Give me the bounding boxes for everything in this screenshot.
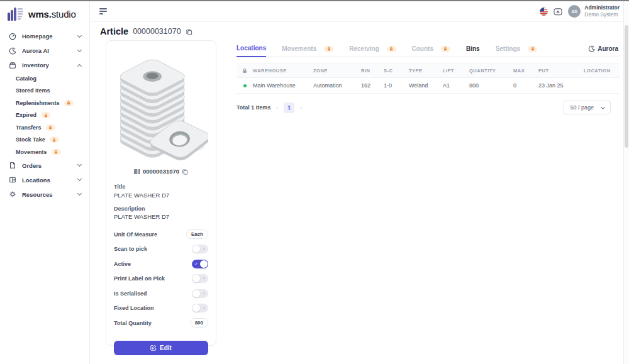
user-menu[interactable]: AD Administrator Demo System (568, 4, 620, 18)
article-id: 00000031070 (133, 27, 181, 36)
column-header: QUANTITY (469, 68, 513, 74)
tab-movements[interactable]: Movements (282, 45, 333, 57)
locations-panel: Locations Movements Receiving Counts Bin… (237, 41, 620, 114)
pagination-total: Total 1 Items (237, 104, 270, 111)
print-label-row: Print Label on Pick ✕ (114, 272, 208, 287)
card-article-id-row: 00000031070 (114, 168, 208, 175)
edit-button-label: Edit (160, 345, 172, 351)
row-label: Unit Of Measure (114, 231, 157, 238)
pagination: Total 1 Items ‹ 1 › 50 / page (237, 101, 620, 114)
total-quantity-pill: 800 (190, 318, 208, 328)
column-header: LOCATION (584, 68, 625, 74)
sidebar-item-orders[interactable]: Orders (0, 158, 89, 173)
scanner-icon[interactable] (554, 8, 562, 16)
sidebar-item-label: Homepage (22, 33, 53, 40)
active-toggle[interactable]: ✓ (192, 260, 208, 268)
lock-icon (237, 68, 253, 74)
tab-label: Receiving (349, 45, 379, 52)
scan-to-pick-toggle[interactable]: ✕ (192, 245, 208, 253)
chevron-down-icon (77, 191, 82, 196)
sidebar-item-aurora-ai[interactable]: Aurora AI (0, 43, 89, 58)
aurora-button[interactable]: Aurora (588, 45, 618, 57)
status-dot (237, 84, 253, 87)
title-field: Title PLATE WASHER D7 (114, 184, 208, 199)
tab-bar: Locations Movements Receiving Counts Bin… (237, 41, 620, 57)
article-card: 00000031070 Title PLATE WASHER D7 Descri… (106, 40, 216, 346)
description-field: Description PLATE WASHER D7 (114, 206, 208, 221)
product-image (114, 46, 208, 165)
copy-icon[interactable] (182, 168, 188, 175)
chevron-down-icon (601, 104, 605, 109)
chevron-down-icon (77, 162, 82, 167)
sidebar-item-movements[interactable]: Movements (0, 146, 89, 158)
top-right-cluster: AD Administrator Demo System (540, 4, 620, 18)
column-header: S-C (384, 68, 409, 74)
cell-lift: A1 (443, 82, 469, 89)
sidebar-item-expired[interactable]: Expired (0, 109, 89, 122)
user-org: Demo System (584, 11, 620, 18)
page-title-row: Article 00000031070 (100, 26, 192, 36)
sidebar-item-label: Inventory (22, 62, 49, 69)
fixed-location-toggle[interactable]: ✕ (192, 304, 208, 312)
row-label: Is Serialised (114, 290, 147, 297)
chevron-up-icon (77, 63, 82, 68)
avatar: AD (568, 5, 581, 18)
edit-button[interactable]: Edit (114, 341, 208, 355)
cell-warehouse: Main Warehouse (253, 82, 313, 89)
next-page-icon[interactable]: › (300, 104, 302, 111)
sidebar-item-transfers[interactable]: Transfers (0, 121, 89, 134)
is-serialised-toggle[interactable]: ✕ (192, 289, 208, 298)
sidebar-item-homepage[interactable]: Homepage (0, 29, 89, 43)
row-label: Total Quantity (114, 320, 152, 326)
scrollbar-thumb[interactable] (625, 25, 628, 148)
box-icon (8, 61, 17, 70)
sidebar-subitem-label: Stock Take (16, 136, 45, 143)
uom-value-pill: Each (186, 229, 208, 239)
lock-badge (41, 112, 50, 118)
sidebar-nav: Homepage Aurora AI Inventory Catalog Sto… (0, 26, 89, 202)
language-flag-icon[interactable] (540, 8, 548, 16)
prev-page-icon[interactable]: ‹ (276, 104, 278, 111)
page-size-select[interactable]: 50 / page (564, 101, 611, 114)
sidebar-item-label: Locations (22, 177, 50, 184)
sidebar-subitem-label: Expired (16, 112, 36, 118)
tab-receiving[interactable]: Receiving (349, 45, 396, 57)
column-header: LIFT (443, 68, 469, 74)
copy-icon[interactable] (186, 28, 192, 35)
crescent-icon (8, 47, 17, 55)
chevron-down-icon (77, 177, 82, 181)
gear-icon (8, 190, 17, 199)
sidebar-item-inventory[interactable]: Inventory (0, 58, 89, 72)
edit-pencil-icon (150, 345, 157, 351)
sidebar-item-stored-items[interactable]: Stored Items (0, 85, 89, 97)
tab-locations[interactable]: Locations (237, 45, 266, 57)
tab-settings[interactable]: Settings (496, 45, 537, 57)
tab-counts[interactable]: Counts (412, 45, 450, 57)
lock-badge (46, 124, 55, 131)
field-value: PLATE WASHER D7 (114, 192, 208, 199)
sidebar-item-replenishments[interactable]: Replenishments (0, 97, 89, 109)
clipboard-icon (8, 161, 17, 170)
tab-label: Settings (496, 45, 520, 52)
sidebar-item-catalog[interactable]: Catalog (0, 72, 89, 85)
column-header: WAREHOUSE (253, 68, 313, 74)
brand-logo[interactable]: wms.studio (0, 1, 89, 26)
field-label: Title (114, 184, 208, 190)
page-number[interactable]: 1 (284, 102, 294, 113)
sidebar-subitem-label: Movements (16, 149, 47, 155)
tab-bins[interactable]: Bins (466, 45, 480, 57)
sidebar-item-label: Aurora AI (22, 47, 49, 54)
row-label: Fixed Location (114, 305, 154, 311)
print-label-toggle[interactable]: ✕ (192, 274, 208, 283)
page-size-value: 50 / page (570, 104, 594, 111)
brand-name: wms.studio (28, 9, 76, 19)
sidebar-collapse-icon[interactable] (99, 8, 107, 14)
lock-badge (50, 136, 59, 143)
uom-row: Unit Of Measure Each (114, 227, 208, 242)
card-article-id: 00000031070 (143, 168, 179, 175)
sidebar-item-locations[interactable]: Locations (0, 173, 89, 187)
sidebar-item-stock-take[interactable]: Stock Take (0, 134, 89, 146)
sidebar-item-resources[interactable]: Resources (0, 187, 89, 202)
table-row[interactable]: Main Warehouse Automation 162 1-0 Weland… (237, 78, 620, 94)
aurora-button-label: Aurora (598, 45, 618, 52)
